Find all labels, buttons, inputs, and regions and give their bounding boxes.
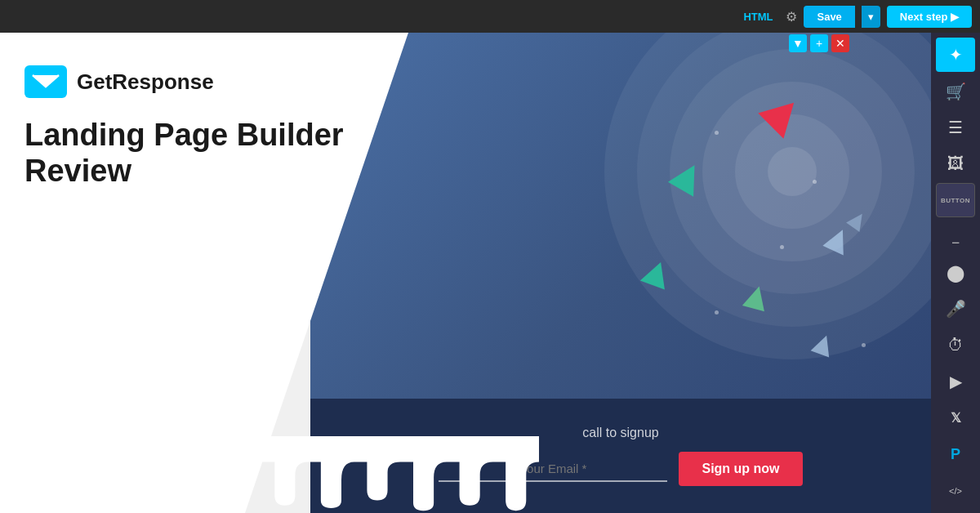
signup-subtitle: call to signup: [582, 426, 658, 440]
paypal-icon: P: [951, 446, 960, 463]
dot-5: [862, 343, 866, 347]
row-controls: ▼ + ✕: [789, 34, 849, 52]
image-icon: 🖼: [947, 154, 964, 173]
sidebar-separator-button[interactable]: ⎯: [936, 219, 975, 253]
sidebar-cart-button[interactable]: 🛒: [936, 74, 975, 108]
dot-2: [813, 180, 817, 184]
timer-icon: ⏱: [947, 336, 964, 355]
drip-decoration: [0, 436, 539, 513]
mic-icon: 🎤: [946, 299, 966, 319]
separator-icon: ⎯: [952, 230, 959, 243]
sidebar-play-button[interactable]: ▶: [936, 364, 975, 399]
code-icon: </>: [949, 486, 962, 496]
getresponse-logo-icon: [24, 65, 67, 98]
row-add-button[interactable]: +: [810, 34, 828, 52]
sidebar-timer-button[interactable]: ⏱: [936, 328, 975, 363]
row-remove-button[interactable]: ✕: [831, 34, 849, 52]
logo-area: GetResponse: [24, 65, 384, 98]
row-down-button[interactable]: ▼: [789, 34, 807, 52]
dot-1: [715, 131, 719, 135]
video-icon: ⬤: [947, 263, 964, 283]
review-title: Landing Page Builder Review: [24, 118, 384, 189]
logo-text: GetResponse: [77, 69, 214, 95]
button-label-text: BUTTON: [941, 197, 970, 204]
save-button[interactable]: Save: [804, 6, 854, 28]
next-step-button[interactable]: Next step ▶: [887, 6, 972, 28]
main-area: GetResponse Landing Page Builder Review: [0, 33, 980, 513]
sidebar-image-button[interactable]: 🖼: [936, 146, 975, 181]
sidebar-button-widget[interactable]: BUTTON: [936, 183, 975, 218]
toolbar: HTML ⚙ Save ▾ Next step ▶: [0, 0, 980, 33]
html-button[interactable]: HTML: [737, 7, 779, 26]
play-icon: ▶: [950, 372, 962, 391]
cart-icon: 🛒: [946, 82, 966, 101]
settings-icon[interactable]: ⚙: [786, 9, 797, 25]
save-dropdown-button[interactable]: ▾: [862, 6, 880, 28]
signup-button[interactable]: Sign up now: [679, 452, 802, 486]
text-lines-icon: ☰: [948, 118, 963, 137]
sidebar-code-button[interactable]: </>: [936, 474, 975, 508]
concentric-circles-decoration: [588, 33, 931, 376]
twitter-icon: 𝕏: [951, 410, 961, 426]
tools-icon: ✦: [949, 45, 963, 65]
dot-3: [780, 245, 784, 249]
dot-4: [715, 310, 719, 314]
sidebar-mic-button[interactable]: 🎤: [936, 292, 975, 326]
right-sidebar: ✦ 🛒 ☰ 🖼 BUTTON ⎯ ⬤ 🎤 ⏱ ▶ 𝕏: [931, 33, 980, 513]
sidebar-video-button[interactable]: ⬤: [936, 256, 975, 290]
sidebar-twitter-button[interactable]: 𝕏: [936, 401, 975, 435]
sidebar-text-button[interactable]: ☰: [936, 110, 975, 145]
sidebar-paypal-button[interactable]: P: [936, 437, 975, 471]
sidebar-tools-button[interactable]: ✦: [936, 38, 975, 72]
